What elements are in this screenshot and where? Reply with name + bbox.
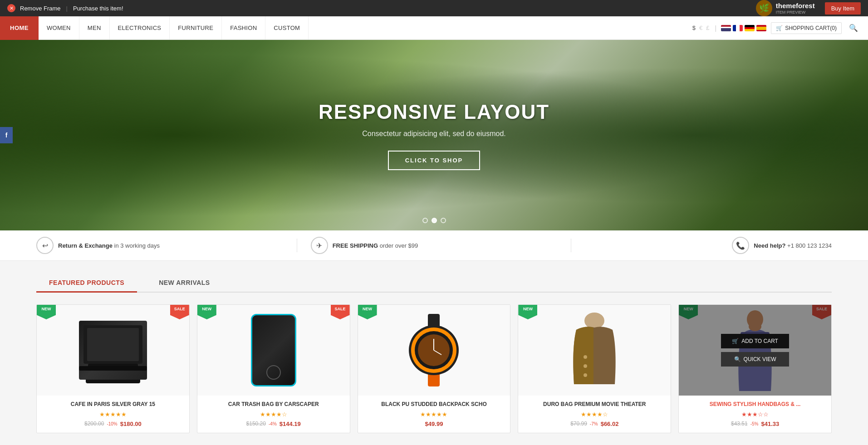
price-orig-5: $43.51 bbox=[731, 421, 748, 427]
price-row-2: $150.20 -4% $144.19 bbox=[203, 421, 344, 427]
shipping-label: FREE SHIPPING bbox=[333, 242, 378, 249]
price-row-3: $49.99 bbox=[363, 421, 505, 427]
flag-de[interactable] bbox=[745, 25, 755, 31]
product-name-3: BLACK PU STUDDED BACKPACK SCHO bbox=[363, 401, 505, 408]
product-actions-5: 🛒 ADD TO CART 🔍 QUICK VIEW bbox=[679, 305, 831, 396]
svg-point-12 bbox=[584, 313, 604, 329]
shipping-detail: order over $99 bbox=[380, 242, 418, 249]
currency-usd[interactable]: $ bbox=[691, 24, 696, 31]
laptop-icon bbox=[79, 321, 147, 380]
tab-new-arrivals[interactable]: NEW ARRIVALS bbox=[146, 274, 223, 292]
price-disc-5: -5% bbox=[750, 421, 759, 426]
language-flags bbox=[721, 25, 766, 31]
badge-new-3: NEW bbox=[358, 305, 377, 319]
products-section: FEATURED PRODUCTS NEW ARRIVALS NEW SALE … bbox=[0, 261, 868, 445]
price-final-4: $66.02 bbox=[601, 421, 619, 427]
logo-sub: ITEM PREVIEW bbox=[776, 10, 815, 15]
badge-sale-1: SALE bbox=[170, 305, 189, 319]
product-stars-5: ★★★☆☆ bbox=[684, 411, 826, 418]
tab-featured[interactable]: FEATURED PRODUCTS bbox=[36, 274, 137, 293]
product-name-2: CAR TRASH BAG BY CARSCAPER bbox=[203, 401, 344, 408]
navbar: HOME WOMEN MEN ELECTRONICS FURNITURE FAS… bbox=[0, 16, 868, 40]
slider-dot-2[interactable] bbox=[432, 218, 437, 223]
return-detail: in 3 working days bbox=[114, 242, 160, 249]
price-orig-2: $150.20 bbox=[246, 421, 266, 427]
product-name-4: DURO BAG PREMIUM MOVIE THEATER bbox=[524, 401, 665, 408]
cart-button[interactable]: 🛒 SHOPPING CART(0) bbox=[771, 22, 842, 34]
svg-point-14 bbox=[584, 364, 587, 368]
info-help-text: Need help? +1 800 123 1234 bbox=[754, 242, 832, 249]
purchase-link[interactable]: Purchase this item! bbox=[73, 5, 123, 12]
svg-rect-3 bbox=[79, 366, 147, 371]
info-return: ↩ Return & Exchange in 3 working days bbox=[36, 237, 283, 254]
themeforest-logo-icon: 🌿 bbox=[756, 0, 772, 16]
product-image-1: NEW SALE bbox=[37, 305, 189, 396]
cart-icon: 🛒 bbox=[776, 25, 783, 31]
watch-svg bbox=[404, 314, 463, 386]
badge-sale-2: SALE bbox=[331, 305, 350, 319]
add-to-cart-btn-5[interactable]: 🛒 ADD TO CART bbox=[721, 334, 789, 348]
nav-electronics[interactable]: ELECTRONICS bbox=[110, 16, 170, 39]
price-disc-2: -4% bbox=[269, 421, 277, 426]
price-row-4: $70.99 -7% $66.02 bbox=[524, 421, 665, 427]
badge-new-2: NEW bbox=[197, 305, 216, 319]
flag-fr[interactable] bbox=[733, 25, 743, 31]
price-disc-4: -7% bbox=[590, 421, 598, 426]
product-stars-4: ★★★★☆ bbox=[524, 411, 665, 418]
slider-dot-1[interactable] bbox=[422, 218, 428, 223]
close-frame-btn[interactable]: ✕ bbox=[7, 4, 15, 12]
nav-home[interactable]: HOME bbox=[0, 16, 39, 40]
quick-view-btn-5[interactable]: 🔍 QUICK VIEW bbox=[721, 352, 789, 367]
product-info-2: CAR TRASH BAG BY CARSCAPER ★★★★☆ $150.20… bbox=[197, 396, 350, 433]
svg-point-15 bbox=[584, 373, 587, 377]
svg-point-13 bbox=[584, 355, 587, 359]
search-button[interactable]: 🔍 bbox=[846, 22, 861, 34]
remove-frame-label: Remove Frame bbox=[20, 5, 61, 12]
cart-label: SHOPPING CART(0) bbox=[785, 25, 837, 31]
product-info-5: SEWING STYLISH HANDBAGS & ... ★★★☆☆ $43.… bbox=[679, 396, 831, 433]
product-info-4: DURO BAG PREMIUM MOVIE THEATER ★★★★☆ $70… bbox=[518, 396, 671, 433]
nav-custom[interactable]: CUSTOM bbox=[265, 16, 309, 39]
nav-furniture[interactable]: FURNITURE bbox=[170, 16, 222, 39]
price-disc-1: -10% bbox=[107, 421, 117, 426]
product-image-5: NEW SALE 🛒 ADD TO CART 🔍 QUICK VIEW bbox=[679, 305, 831, 396]
phone-icon bbox=[251, 314, 296, 386]
hero-cta-button[interactable]: CLICK TO SHOP bbox=[388, 151, 481, 170]
product-card-3[interactable]: NEW BLACK PU STUDDED BACKPACK SCHO ★★★★★… bbox=[358, 304, 511, 433]
product-name-5: SEWING STYLISH HANDBAGS & ... bbox=[684, 401, 826, 408]
product-info-1: CAFE IN PARIS SILVER GRAY 15 ★★★★★ $200.… bbox=[37, 396, 189, 433]
info-shipping-text: FREE SHIPPING order over $99 bbox=[333, 242, 418, 249]
product-card-2[interactable]: NEW SALE CAR TRASH BAG BY CARSCAPER ★★★★… bbox=[197, 304, 350, 433]
product-info-3: BLACK PU STUDDED BACKPACK SCHO ★★★★★ $49… bbox=[358, 396, 510, 433]
buy-item-button[interactable]: Buy Item bbox=[825, 2, 861, 15]
nav-men[interactable]: MEN bbox=[79, 16, 110, 39]
product-card-1[interactable]: NEW SALE CAFE IN PARIS SILVER GRAY 15 ★★… bbox=[36, 304, 190, 433]
price-final-2: $144.19 bbox=[280, 421, 301, 427]
price-row-5: $43.51 -5% $41.33 bbox=[684, 421, 826, 427]
product-card-5[interactable]: NEW SALE 🛒 ADD TO CART 🔍 QUICK VIEW bbox=[678, 304, 832, 433]
nav-fashion[interactable]: FASHION bbox=[222, 16, 265, 39]
flag-us[interactable] bbox=[721, 25, 731, 31]
price-orig-4: $70.99 bbox=[570, 421, 587, 427]
product-card-4[interactable]: NEW DURO BAG PREMIUM MOVIE THEATER ★★★★☆… bbox=[518, 304, 671, 433]
return-icon: ↩ bbox=[36, 237, 54, 254]
slider-dot-3[interactable] bbox=[441, 218, 446, 223]
phone-icon: 📞 bbox=[732, 237, 749, 254]
nav-women[interactable]: WOMEN bbox=[39, 16, 79, 39]
product-stars-1: ★★★★★ bbox=[42, 411, 184, 418]
badge-new-4: NEW bbox=[518, 305, 537, 319]
flag-es[interactable] bbox=[756, 25, 766, 31]
product-name-1: CAFE IN PARIS SILVER GRAY 15 bbox=[42, 401, 184, 408]
info-sep-2 bbox=[571, 239, 571, 252]
hero-title: RESPONSIVE LAYOUT bbox=[319, 101, 549, 123]
product-stars-3: ★★★★★ bbox=[363, 411, 505, 418]
price-final-5: $41.33 bbox=[761, 421, 779, 427]
price-row-1: $200.00 -10% $180.00 bbox=[42, 421, 184, 427]
facebook-button[interactable]: f bbox=[0, 127, 13, 143]
info-sep-1 bbox=[297, 239, 297, 252]
return-label: Return & Exchange bbox=[58, 242, 113, 249]
product-image-2: NEW SALE bbox=[197, 305, 350, 396]
product-tabs: FEATURED PRODUCTS NEW ARRIVALS bbox=[36, 274, 832, 293]
price-orig-1: $200.00 bbox=[84, 421, 104, 427]
currency-options: $ € £ bbox=[691, 24, 711, 31]
